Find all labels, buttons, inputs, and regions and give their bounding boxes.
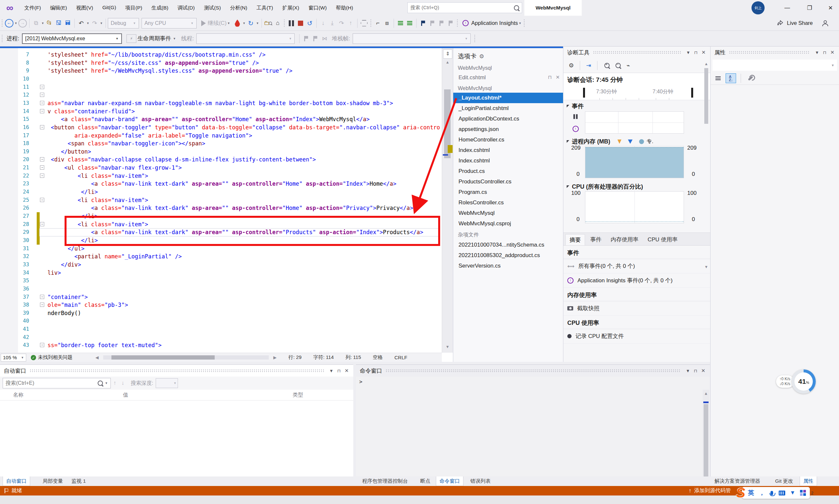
bottom-tab[interactable]: 命令窗口 — [436, 476, 464, 486]
export-icon[interactable]: ⇥ — [584, 60, 593, 70]
file-tab-item[interactable]: Edit.cshtml⊓✕ — [453, 72, 563, 83]
code-line[interactable]: 10 — [0, 75, 442, 83]
all-events-link[interactable]: ⟺ 所有事件(0 个, 共 0 个) — [563, 259, 710, 273]
file-tab-item[interactable]: appsettings.json — [453, 124, 563, 134]
continue-play-icon[interactable] — [201, 20, 206, 26]
clear-bookmarks-button[interactable] — [446, 18, 455, 28]
fold-collapse-icon[interactable]: − — [40, 174, 44, 178]
next-bookmark-button[interactable] — [437, 18, 446, 28]
navigate-forward-button[interactable]: → — [18, 18, 27, 28]
intellitrace-icon[interactable] — [360, 18, 369, 28]
hot-reload-dropdown[interactable]: ▼ — [243, 22, 245, 25]
code-line[interactable]: 16− <button class="navbar-toggler" type=… — [0, 124, 442, 132]
stack-frame-dropdown[interactable]: ▼ — [353, 33, 471, 44]
file-tab-item[interactable]: _Layout.cshtml* — [453, 93, 563, 103]
tabs-settings-gear-icon[interactable]: ⚙︎ — [479, 53, 484, 60]
file-tab-item[interactable]: ServerVersion.cs — [453, 261, 563, 271]
ime-punctuation-button[interactable]: ， — [759, 489, 765, 497]
scroll-down-icon[interactable]: ▼ — [703, 265, 709, 269]
stop-debugging-button[interactable] — [296, 18, 305, 28]
pin-icon[interactable]: ⊓ — [821, 50, 828, 55]
net-speed-widget[interactable]: ↑0 K/s ↓0 K/s 41% — [776, 370, 816, 394]
bottom-tab[interactable]: 解决方案资源管理器 — [711, 476, 764, 486]
process-dropdown[interactable]: [2012] WebMvcMysql.exe▼ — [22, 33, 122, 44]
bottom-tab[interactable]: 自动窗口 — [3, 476, 30, 486]
continue-button[interactable]: 继续(C) — [208, 19, 227, 27]
file-tab-item[interactable]: HomeController.cs — [453, 134, 563, 145]
fold-collapse-icon[interactable]: − — [40, 222, 44, 226]
code-line[interactable]: 42 — [0, 334, 442, 342]
code-line[interactable]: 15 <a class="navbar-brand" asp-area="" a… — [0, 115, 442, 124]
code-line[interactable]: 12− — [0, 91, 442, 99]
fold-collapse-icon[interactable]: − — [40, 101, 44, 105]
search-files-button[interactable]: 🗀︎ — [264, 18, 273, 28]
code-editor[interactable]: 7'stylesheet" href="~/lib/bootstrap/dist… — [0, 48, 442, 353]
minimize-button[interactable]: — — [777, 0, 797, 16]
reset-view-chart-icon[interactable]: ⌁ — [624, 60, 633, 70]
code-line[interactable]: 31 </ul> — [0, 245, 442, 253]
diagnostics-settings-gear-icon[interactable]: ⚙︎ — [567, 60, 576, 70]
menu-item[interactable]: 调试(D) — [173, 3, 199, 14]
status-space[interactable]: 空格 — [373, 354, 383, 361]
restart-dropdown[interactable]: ▼ — [256, 22, 259, 25]
microphone-icon[interactable] — [770, 491, 773, 495]
bottom-tab[interactable]: 错误列表 — [467, 476, 494, 486]
code-line[interactable]: 37−"container"> — [0, 293, 442, 301]
diagnostics-tab[interactable]: CPU 使用率 — [644, 234, 682, 245]
file-tab-item[interactable]: ApplicationDbContext.cs — [453, 114, 563, 124]
browser-home-button[interactable]: ⌂ — [273, 18, 282, 28]
flag-thread-2-icon[interactable] — [311, 34, 320, 43]
fold-collapse-icon[interactable]: − — [40, 85, 44, 89]
status-eol[interactable]: CRLF — [395, 355, 407, 360]
hscroll-right-icon[interactable]: ▶ — [273, 355, 277, 360]
application-insights-button[interactable]: Application Insights — [471, 20, 518, 26]
run-to-cursor-icon[interactable]: ⌐ — [373, 18, 383, 28]
menu-item[interactable]: 生成(B) — [147, 3, 173, 14]
hscroll-left-icon[interactable]: ◀ — [95, 355, 99, 360]
restart-debugging-button[interactable]: ↺ — [305, 18, 314, 28]
menu-item[interactable]: 扩展(X) — [278, 3, 304, 14]
command-scrollbar[interactable]: ▲ — [703, 390, 709, 488]
code-line[interactable]: 9'stylesheet" href="~/WebMvcMysql.styles… — [0, 67, 442, 75]
code-line[interactable]: 41 — [0, 325, 442, 334]
column-value[interactable]: 值 — [123, 392, 128, 399]
diagnostics-scrollbar[interactable]: ▲ ▼ — [703, 61, 709, 274]
ime-menu-grid-icon[interactable] — [800, 490, 806, 496]
diagnostics-tab[interactable]: 内存使用率 — [607, 234, 642, 245]
editor-vertical-scrollbar[interactable]: ⇕ ▲ ▼ — [442, 48, 453, 353]
scroll-down-icon[interactable]: ▼ — [442, 344, 453, 349]
fold-collapse-icon[interactable]: − — [40, 343, 44, 347]
open-file-button[interactable]: 📂︎ — [45, 18, 54, 28]
step-into-button[interactable]: ⤓ — [328, 18, 337, 28]
solution-platform-dropdown[interactable]: Any CPU▼ — [142, 18, 197, 29]
pin-icon[interactable]: ⊓ — [335, 368, 343, 373]
editor-horizontal-scrollbar[interactable] — [103, 355, 269, 360]
indent-increase-icon[interactable] — [396, 18, 405, 28]
code-line[interactable]: 21− <ul class="navbar-nav flex-grow-1"> — [0, 164, 442, 172]
thread-dropdown[interactable]: ▼ — [196, 33, 295, 44]
menu-item[interactable]: Git(G) — [98, 3, 121, 14]
indent-decrease-icon[interactable] — [405, 18, 414, 28]
close-icon[interactable]: ✕ — [343, 368, 351, 374]
code-line[interactable]: 35 — [0, 277, 442, 285]
search-up-icon[interactable]: ↑ — [113, 380, 116, 386]
continue-dropdown[interactable]: ▼ — [227, 22, 230, 25]
toggle-flagged-icon[interactable]: ⋈ — [320, 34, 329, 43]
code-line[interactable]: 38−ole="main" class="pb-3"> — [0, 301, 442, 309]
file-tab-item[interactable]: Product.cs — [453, 166, 563, 177]
file-tab-item[interactable]: Index.cshtml — [453, 145, 563, 156]
navigate-back-dropdown[interactable]: ▼ — [14, 22, 17, 25]
menu-item[interactable]: 项目(P) — [121, 3, 147, 14]
file-tab-item[interactable]: RolesController.cs — [453, 197, 563, 208]
avatar[interactable]: 剑上 — [751, 1, 765, 14]
new-project-dropdown[interactable]: ▼ — [41, 22, 44, 25]
flag-thread-icon[interactable] — [301, 34, 311, 43]
alphabetical-sort-icon[interactable]: AZ↓ — [726, 73, 736, 83]
zoom-in-icon[interactable]: + — [601, 60, 611, 70]
pin-icon[interactable]: ⊓ — [692, 50, 699, 55]
timeline-range-end[interactable] — [691, 88, 693, 97]
panel-menu-icon[interactable]: ▼ — [327, 368, 335, 373]
code-line[interactable]: 24 </li> — [0, 188, 442, 196]
redo-button[interactable]: ↷ — [90, 18, 99, 28]
fold-collapse-icon[interactable]: − — [40, 165, 44, 169]
